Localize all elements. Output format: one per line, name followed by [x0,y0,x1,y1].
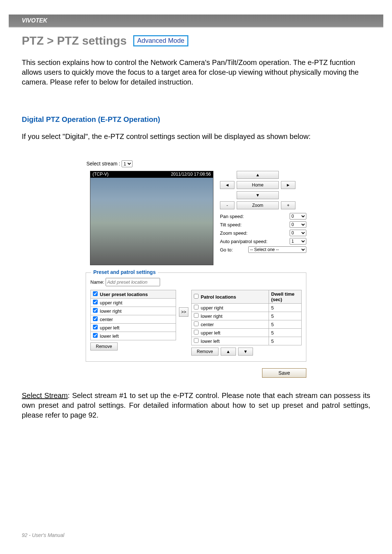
zoom-out-button[interactable]: - [220,201,234,209]
table-row: lower left5 [192,337,302,345]
zoom-speed-select[interactable]: 0 [290,230,306,236]
brand: VIVOTEK [22,17,47,24]
patrol-checkbox[interactable] [194,330,199,335]
preset-checkbox[interactable] [93,300,98,304]
patrol-checkbox[interactable] [194,305,199,309]
bottom-note-text: : Select stream #1 to set up the e-PTZ c… [22,391,370,419]
table-row: center5 [192,320,302,329]
video-preview: (TCP-V) 2011/12/10 17:08:56 [90,171,213,265]
preset-patrol-box: Preset and patrol settings Name: User pr… [86,272,306,362]
bottom-note-label: Select Stream [22,391,68,399]
tilt-speed-select[interactable]: 0 [290,221,306,228]
pan-speed-select[interactable]: 0 [290,213,306,219]
patrol-table: Patrol locations Dwell time(sec) upper r… [191,290,302,345]
table-row: upper left5 [192,329,302,337]
table-row: upper right5 [192,304,302,312]
patrol-checkbox[interactable] [194,321,199,326]
transfer-button[interactable]: >> [179,307,188,317]
section-heading: Digital PTZ Operation (E-PTZ Operation) [22,115,370,124]
auto-speed-label: Auto pan/patrol speed: [220,239,268,244]
zoom-label: Zoom [237,201,279,209]
mode-badge: Advanced Mode [133,35,188,46]
footer-page-number: 92 - User's Manual [22,532,64,538]
ptz-control-panel: ▲ ◄ Home ► ▼ - Zoom + Pan speed: 0 [220,171,306,265]
user-preset-check-all[interactable] [93,291,98,296]
header-bar: VIVOTEK [9,15,383,27]
preset-checkbox[interactable] [93,333,98,338]
auto-speed-select[interactable]: 1 [290,238,306,245]
zoom-speed-label: Zoom speed: [220,230,248,236]
bottom-note: Select Stream: Select stream #1 to set u… [22,391,370,420]
patrol-header: Patrol locations [201,294,236,300]
patrol-move-down-button[interactable]: ▼ [238,348,253,356]
ptz-up-button[interactable]: ▲ [237,171,279,179]
ptz-down-button[interactable]: ▼ [237,191,279,199]
goto-label: Go to: [220,247,233,253]
section-intro: If you select "Digital", the e-PTZ contr… [22,132,370,141]
user-preset-header: User preset locations [100,292,148,297]
preset-legend: Preset and patrol settings [91,269,158,275]
ptz-left-button[interactable]: ◄ [220,181,234,189]
patrol-checkbox[interactable] [194,313,199,318]
patrol-checkbox[interactable] [194,338,199,343]
dwell-header: Dwell time [271,291,294,297]
video-overlay-left: (TCP-V) [93,172,109,177]
zoom-in-button[interactable]: + [281,201,295,209]
select-stream-dropdown[interactable]: 1 [122,160,132,167]
preset-remove-button[interactable]: Remove [90,342,118,350]
table-row: lower right [91,307,176,315]
pan-speed-label: Pan speed: [220,214,244,219]
goto-select[interactable]: -- Select one -- [248,246,306,253]
patrol-check-all[interactable] [194,294,199,299]
preset-checkbox[interactable] [93,316,98,321]
select-stream-label: Select stream : [86,161,120,167]
ptz-home-button[interactable]: Home [237,181,279,189]
preset-name-input[interactable] [106,278,160,286]
table-row: center [91,315,176,324]
patrol-move-up-button[interactable]: ▲ [221,348,236,356]
eptz-settings-figure: Select stream : 1 (TCP-V) 2011/12/10 17:… [80,158,312,380]
page-title: PTZ > PTZ settings [22,34,127,48]
table-row: upper right [91,299,176,307]
ptz-right-button[interactable]: ► [281,181,295,189]
video-overlay-timestamp: 2011/12/10 17:08:56 [171,172,211,177]
save-button[interactable]: Save [262,368,306,378]
table-row: lower left [91,332,176,340]
user-preset-table: User preset locations upper right lower … [90,290,176,340]
table-row: upper left [91,324,176,332]
tilt-speed-label: Tilt speed: [220,222,242,227]
preset-checkbox[interactable] [93,308,98,313]
preset-checkbox[interactable] [93,325,98,329]
preset-name-label: Name: [90,279,104,285]
intro-paragraph: This section explains how to control the… [22,58,370,87]
divider [9,27,383,28]
patrol-remove-button[interactable]: Remove [191,348,219,356]
table-row: lower right5 [192,312,302,320]
